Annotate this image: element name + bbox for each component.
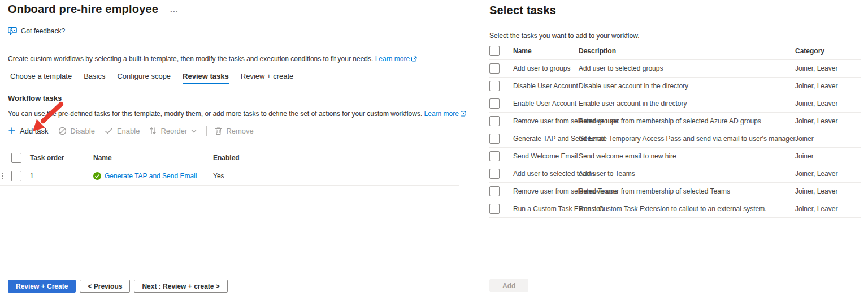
table-header-row: Task order Name Enabled <box>0 149 459 166</box>
select-tasks-table: Name Description Category Add user to gr… <box>489 42 861 218</box>
select-all-checkbox[interactable] <box>489 46 500 56</box>
tab-configure-scope[interactable]: Configure scope <box>117 72 171 84</box>
row-checkbox[interactable] <box>11 171 21 181</box>
table-row: Add user to selected teams Add user to T… <box>489 165 861 183</box>
workflow-tasks-description: You can use the pre-defined tasks for th… <box>8 110 466 118</box>
got-feedback-label: Got feedback? <box>21 27 65 35</box>
workflow-tasks-table: Task order Name Enabled 1 Generate TAP a… <box>0 149 459 186</box>
tab-basics[interactable]: Basics <box>84 72 105 84</box>
tasks-toolbar: Add task Disable Enable Reorder Remove <box>8 125 263 136</box>
circle-slash-icon <box>58 127 67 135</box>
task-name: Send Welcome Email <box>513 152 578 160</box>
row-checkbox[interactable] <box>489 81 500 91</box>
add-task-button[interactable]: Add task <box>8 127 49 135</box>
check-icon <box>105 127 113 134</box>
intro-text: Create custom workflows by selecting a b… <box>8 55 417 63</box>
row-checkbox[interactable] <box>489 116 500 126</box>
title-row: Onboard pre-hire employee … <box>8 3 179 16</box>
task-name-cell: Generate TAP and Send Email <box>93 172 197 180</box>
row-checkbox[interactable] <box>489 134 500 144</box>
enable-task-button[interactable]: Enable <box>105 127 140 135</box>
previous-button[interactable]: < Previous <box>80 280 130 293</box>
chevron-down-icon <box>191 129 197 133</box>
task-category: Joiner <box>795 135 814 143</box>
table-row: Disable User Account Disable user accoun… <box>489 78 861 95</box>
tab-choose-a-template[interactable]: Choose a template <box>10 72 72 84</box>
row-checkbox[interactable] <box>489 98 500 109</box>
task-category: Joiner, Leaver <box>795 170 837 178</box>
table-row: 1 Generate TAP and Send Email Yes <box>0 166 459 186</box>
task-description: Remove user from membership of selected … <box>579 187 730 195</box>
select-all-checkbox[interactable] <box>11 153 21 163</box>
task-description: Enable user account in the directory <box>579 100 687 108</box>
command-bar: Got feedback? <box>0 25 480 40</box>
remove-task-button[interactable]: Remove <box>215 127 253 135</box>
success-check-icon <box>93 172 101 180</box>
task-name-link[interactable]: Generate TAP and Send Email <box>105 172 197 180</box>
task-description: Remove user from membership of selected … <box>579 117 761 125</box>
tab-review-tasks[interactable]: Review tasks <box>183 72 229 84</box>
tasks-learn-more-link[interactable]: Learn more <box>424 110 466 118</box>
review-create-button[interactable]: Review + Create <box>8 280 76 293</box>
table-row: Remove user from selected groups Remove … <box>489 113 861 130</box>
disable-task-button[interactable]: Disable <box>58 127 95 135</box>
task-order-value: 1 <box>30 172 34 180</box>
col-task-order: Task order <box>30 154 64 162</box>
external-link-icon <box>461 111 466 117</box>
external-link-icon <box>411 56 417 62</box>
col-category: Category <box>795 47 824 55</box>
workflow-editor-panel: Onboard pre-hire employee … Got feedback… <box>0 0 480 296</box>
task-category: Joiner, Leaver <box>795 117 837 125</box>
panel-subtitle: Select the tasks you want to add to your… <box>489 32 639 40</box>
workflow-tasks-heading: Workflow tasks <box>8 94 62 102</box>
row-checkbox[interactable] <box>489 186 500 196</box>
wizard-footer: Review + Create < Previous Next : Review… <box>8 280 228 293</box>
title-more-button[interactable]: … <box>170 5 179 14</box>
table-row: Send Welcome Email Send welcome email to… <box>489 148 861 165</box>
panel-footer: Add <box>489 279 528 292</box>
task-description: Add user to Teams <box>579 170 635 178</box>
panel-title: Select tasks <box>489 4 556 17</box>
task-enabled-value: Yes <box>213 172 224 180</box>
task-name: Add user to groups <box>513 65 570 72</box>
table-row: Add user to groups Add user to selected … <box>489 60 861 78</box>
toolbar-divider <box>206 126 207 136</box>
row-checkbox[interactable] <box>489 151 500 161</box>
table-row: Run a Custom Task Extension Run a Custom… <box>489 200 861 218</box>
plus-icon <box>8 127 16 135</box>
table-row: Enable User Account Enable user account … <box>489 95 861 113</box>
got-feedback-button[interactable]: Got feedback? <box>8 27 65 35</box>
task-category: Joiner, Leaver <box>795 100 837 108</box>
reorder-button[interactable]: Reorder <box>149 127 197 135</box>
intro-learn-more-link[interactable]: Learn more <box>375 55 417 63</box>
col-name: Name <box>93 154 112 162</box>
task-description: Run a Custom Task Extension to callout t… <box>579 205 767 213</box>
tab-review-create[interactable]: Review + create <box>241 72 294 84</box>
select-tasks-panel: Select tasks Select the tasks you want t… <box>480 0 868 296</box>
task-category: Joiner, Leaver <box>795 65 837 72</box>
table-row: Remove user from selected Teams Remove u… <box>489 183 861 200</box>
wizard-tabs: Choose a template Basics Configure scope… <box>10 72 293 84</box>
task-category: Joiner <box>795 152 814 160</box>
row-checkbox[interactable] <box>489 63 500 74</box>
col-description: Description <box>579 47 616 55</box>
col-name: Name <box>513 47 532 55</box>
row-checkbox[interactable] <box>489 169 500 179</box>
task-description: Send welcome email to new hire <box>579 152 676 160</box>
task-description: Generate Temporary Access Pass and send … <box>579 135 796 143</box>
reorder-arrows-icon <box>149 127 157 135</box>
trash-icon <box>215 127 222 135</box>
table-row: Generate TAP and Send Email Generate Tem… <box>489 130 861 148</box>
task-category: Joiner, Leaver <box>795 82 837 90</box>
task-category: Joiner, Leaver <box>795 187 837 195</box>
task-description: Disable user account in the directory <box>579 82 688 90</box>
task-category: Joiner, Leaver <box>795 205 837 213</box>
drag-handle[interactable] <box>2 173 3 179</box>
task-name: Disable User Account <box>513 82 578 90</box>
add-button[interactable]: Add <box>489 279 528 292</box>
row-checkbox[interactable] <box>489 204 500 214</box>
next-button[interactable]: Next : Review + create > <box>134 280 227 293</box>
task-description: Add user to selected groups <box>579 65 663 72</box>
table-header-row: Name Description Category <box>489 42 861 60</box>
task-name: Enable User Account <box>513 100 576 108</box>
